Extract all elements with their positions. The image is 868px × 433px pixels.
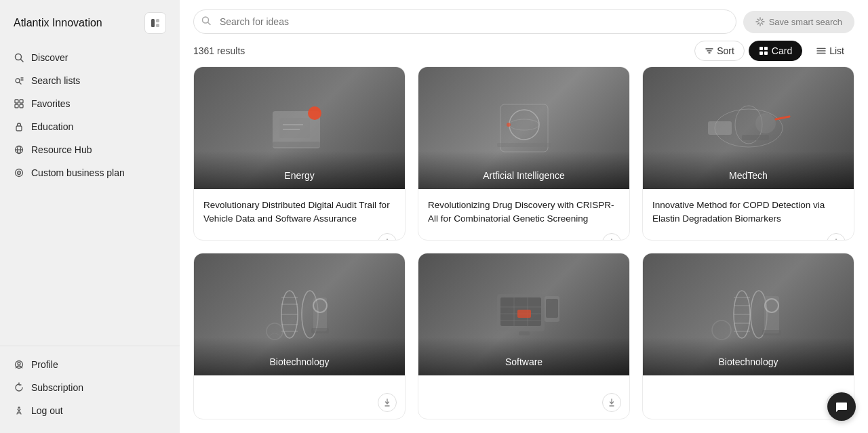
sidebar-item-label: Discover [31,52,68,63]
card-body: Revolutionary Distributed Digital Audit … [194,189,405,233]
sidebar-item-profile[interactable]: Profile [7,353,173,376]
user-circle-icon [14,359,24,370]
refresh-icon [14,382,24,393]
lock-icon [14,121,24,132]
svg-line-6 [20,83,22,85]
sidebar-item-education[interactable]: Education [7,115,173,138]
top-bar: Save smart search [180,0,868,34]
search-icon [14,52,24,63]
main-content: Save smart search 1361 results Sort Card… [180,0,868,433]
card-category: Energy [194,151,405,189]
svg-rect-1 [156,19,159,22]
sidebar-item-discover[interactable]: Discover [7,46,173,69]
card-item[interactable]: Software [418,253,630,419]
card-body: Revolutionizing Drug Discovery with CRIS… [418,189,629,233]
card-save-button[interactable] [602,233,621,241]
svg-point-86 [712,321,731,339]
sidebar-item-subscription[interactable]: Subscription [7,376,173,399]
svg-rect-13 [16,126,22,131]
svg-point-49 [755,113,776,133]
pin-icon [383,239,391,241]
card-image: Artficial Intelligence [418,67,629,189]
sidebar-item-logout[interactable]: Log out [7,399,173,422]
svg-rect-10 [20,100,23,103]
card-category: Software [418,337,629,375]
card-category: MedTech [643,151,854,189]
svg-line-4 [21,60,24,62]
svg-rect-25 [760,47,763,50]
card-body: Innovative Method for COPD Detection via… [643,189,854,233]
card-item[interactable]: Biotechnology [193,253,406,419]
card-image: Biotechnology [643,253,854,375]
sort-icon [705,46,714,56]
card-category: Artficial Intelligence [418,151,629,189]
card-title: Revolutionary Distributed Digital Audit … [203,199,395,225]
chat-icon [835,400,848,413]
cards-grid: Energy Revolutionary Distributed Digital… [180,66,868,433]
sidebar-item-resource-hub[interactable]: Resource Hub [7,138,173,161]
sort-label: Sort [717,45,734,56]
pin-icon [832,239,840,241]
svg-rect-85 [762,330,781,335]
card-image: Biotechnology [194,253,405,375]
card-item[interactable]: Biotechnology [642,253,854,419]
sidebar-item-label: Favorites [31,98,71,109]
sidebar-item-label: Search lists [31,75,80,86]
sort-button[interactable]: Sort [694,41,745,61]
target-icon [14,167,24,178]
sidebar-item-favorites[interactable]: Favorites [7,92,173,115]
brand-name: Atlantix Innovation [14,17,102,29]
card-save-button[interactable] [378,393,397,412]
sidebar-item-label: Log out [31,405,63,416]
card-footer [643,393,854,419]
grid-icon [14,98,24,109]
svg-point-22 [18,407,20,409]
svg-rect-0 [151,19,155,27]
save-smart-search-button[interactable]: Save smart search [743,11,854,33]
chat-bubble-button[interactable] [827,392,856,421]
sidebar-item-label: Education [31,121,73,132]
search-box-icon [201,16,211,28]
card-category: Biotechnology [194,337,405,375]
sidebar-toggle-button[interactable] [144,12,166,34]
card-item[interactable]: MedTech Innovative Method for COPD Detec… [642,66,854,241]
svg-line-24 [208,22,211,25]
card-view-button[interactable]: Card [749,41,802,61]
card-save-button[interactable] [602,393,621,412]
card-body [643,375,854,393]
svg-rect-74 [546,299,558,318]
sidebar-item-search-lists[interactable]: Search lists [7,69,173,92]
svg-point-41 [517,118,531,131]
list-search-icon [14,75,24,86]
list-icon [816,46,826,56]
svg-rect-61 [311,328,329,333]
svg-rect-2 [156,24,159,27]
sidebar-item-custom-business[interactable]: Custom business plan [7,161,173,184]
sidebar-bottom: Profile Subscription Log out [0,346,180,433]
search-input[interactable] [193,9,736,34]
card-save-button[interactable] [378,233,397,241]
svg-rect-59 [313,297,327,331]
svg-rect-9 [15,100,18,103]
card-item[interactable]: Energy Revolutionary Distributed Digital… [193,66,406,241]
sidebar-item-label: Resource Hub [31,144,92,155]
sidebar-brand: Atlantix Innovation [0,0,180,43]
card-footer [418,393,629,419]
sidebar-item-label: Profile [31,359,58,370]
card-save-button[interactable] [827,233,846,241]
card-item[interactable]: Artficial Intelligence Revolutionizing D… [418,66,630,241]
card-body [194,375,405,393]
svg-rect-72 [519,331,530,335]
pin-icon [608,239,616,241]
sidebar-item-label: Custom business plan [31,167,125,178]
svg-rect-33 [279,118,310,138]
list-view-button[interactable]: List [806,41,854,61]
pin-icon [383,398,391,407]
pin-icon [608,398,616,407]
card-footer [194,393,405,419]
svg-point-19 [18,172,20,173]
card-image: Software [418,253,629,375]
card-label: Card [772,45,792,56]
svg-rect-50 [742,135,769,140]
view-controls: Sort Card List [694,41,854,61]
